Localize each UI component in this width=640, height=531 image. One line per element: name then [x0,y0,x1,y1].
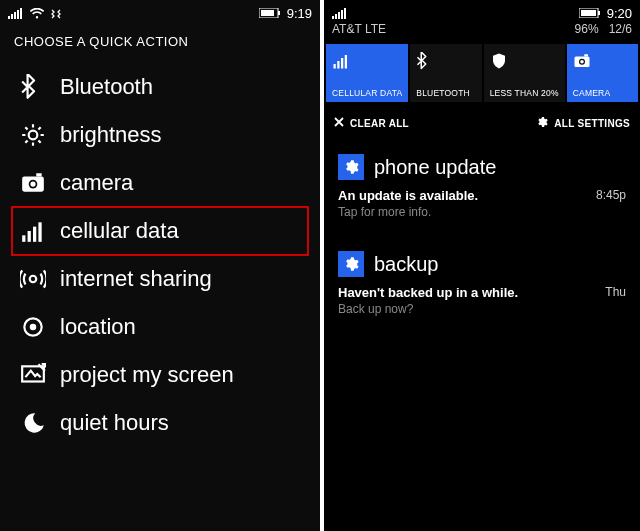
camera-icon [573,50,591,72]
svg-rect-9 [335,14,337,19]
carrier-label: AT&T LTE [332,22,386,36]
quick-action-label: camera [60,170,133,196]
cellular-icon [16,218,50,244]
quick-action-label: Bluetooth [60,74,153,100]
notification[interactable]: backupHaven't backed up in a while.Back … [324,239,640,336]
quick-action-label: internet sharing [60,266,212,292]
tile-label: CELLULAR DATA [332,88,402,98]
vibrate-icon [50,8,62,19]
notification-time: 8:45p [596,188,626,202]
svg-rect-8 [332,16,334,19]
quick-action-item[interactable]: brightness [12,111,308,159]
phone-left: 9:19 CHOOSE A QUICK ACTION Bluetoothbrig… [0,0,320,531]
clock: 9:19 [287,6,312,21]
signal-icon [8,8,24,19]
notification-title: An update is available. [338,188,588,203]
notification-subtitle: Tap for more info. [338,205,588,219]
quick-tiles: CELLULAR DATABLUETOOTHLESS THAN 20%CAMER… [324,40,640,102]
battery-icon [579,8,601,18]
clear-all-button[interactable]: CLEAR ALL [334,117,409,129]
carrier-row: AT&T LTE 96% 12/6 [324,22,640,40]
camera-icon [16,170,50,196]
tile-label: LESS THAN 20% [490,88,559,98]
quick-action-item[interactable]: Bluetooth [12,63,308,111]
quick-action-item[interactable]: project my screen [12,351,308,399]
gear-icon [338,251,364,277]
quick-action-label: location [60,314,136,340]
svg-rect-14 [598,11,600,15]
close-icon [334,117,344,129]
internet-sharing-icon [16,266,50,292]
wifi-icon [30,8,44,19]
phone-right: 9:20 AT&T LTE 96% 12/6 CELLULAR DATABLUE… [324,0,640,531]
svg-rect-7 [261,10,274,16]
svg-rect-15 [581,10,596,16]
project-screen-icon [16,362,50,388]
status-bar: 9:19 [0,0,320,22]
quick-tile[interactable]: CELLULAR DATA [326,44,408,102]
quick-action-label: brightness [60,122,162,148]
svg-rect-12 [344,8,346,19]
notification-time: Thu [605,285,626,299]
brightness-icon [16,122,50,148]
notification-header: phone update [338,148,626,186]
clock: 9:20 [607,6,632,21]
shield-icon [490,50,508,72]
quiet-hours-icon [16,410,50,436]
cellular-icon [332,50,350,72]
battery-icon [259,8,281,18]
svg-rect-1 [11,14,13,19]
status-bar: 9:20 [324,0,640,22]
notification-body: Haven't backed up in a while.Back up now… [338,283,626,326]
quick-action-label: project my screen [60,362,234,388]
quick-tile[interactable]: BLUETOOTH [410,44,481,102]
svg-rect-6 [278,11,280,15]
quick-action-item[interactable]: internet sharing [12,255,308,303]
page-title: CHOOSE A QUICK ACTION [0,22,320,63]
all-settings-label: ALL SETTINGS [554,118,630,129]
notification-body: An update is available.Tap for more info… [338,186,626,229]
svg-rect-10 [338,12,340,19]
quick-action-label: quiet hours [60,410,169,436]
tile-label: BLUETOOTH [416,88,470,98]
signal-icon [332,8,348,19]
gear-icon [338,154,364,180]
notification-app: phone update [374,156,496,179]
tile-label: CAMERA [573,88,611,98]
date-label: 12/6 [609,22,632,36]
gear-icon [536,116,548,130]
svg-rect-4 [20,8,22,19]
quick-action-item[interactable]: camera [12,159,308,207]
quick-action-item[interactable]: cellular data [12,207,308,255]
quick-action-list: Bluetoothbrightnesscameracellular datain… [0,63,320,447]
quick-action-item[interactable]: quiet hours [12,399,308,447]
notification-app: backup [374,253,439,276]
notification-list: phone updateAn update is available.Tap f… [324,142,640,336]
svg-rect-3 [17,10,19,19]
action-bar: CLEAR ALL ALL SETTINGS [324,102,640,142]
notification-header: backup [338,245,626,283]
svg-rect-11 [341,10,343,19]
battery-pct: 96% [575,22,599,36]
quick-action-item[interactable]: location [12,303,308,351]
svg-rect-2 [14,12,16,19]
notification[interactable]: phone updateAn update is available.Tap f… [324,142,640,239]
location-icon [16,314,50,340]
all-settings-button[interactable]: ALL SETTINGS [536,116,630,130]
bluetooth-icon [416,50,434,72]
notification-title: Haven't backed up in a while. [338,285,597,300]
quick-action-label: cellular data [60,218,179,244]
quick-tile[interactable]: LESS THAN 20% [484,44,565,102]
bluetooth-icon [16,74,50,100]
svg-rect-0 [8,16,10,19]
clear-all-label: CLEAR ALL [350,118,409,129]
notification-subtitle: Back up now? [338,302,597,316]
quick-tile[interactable]: CAMERA [567,44,638,102]
